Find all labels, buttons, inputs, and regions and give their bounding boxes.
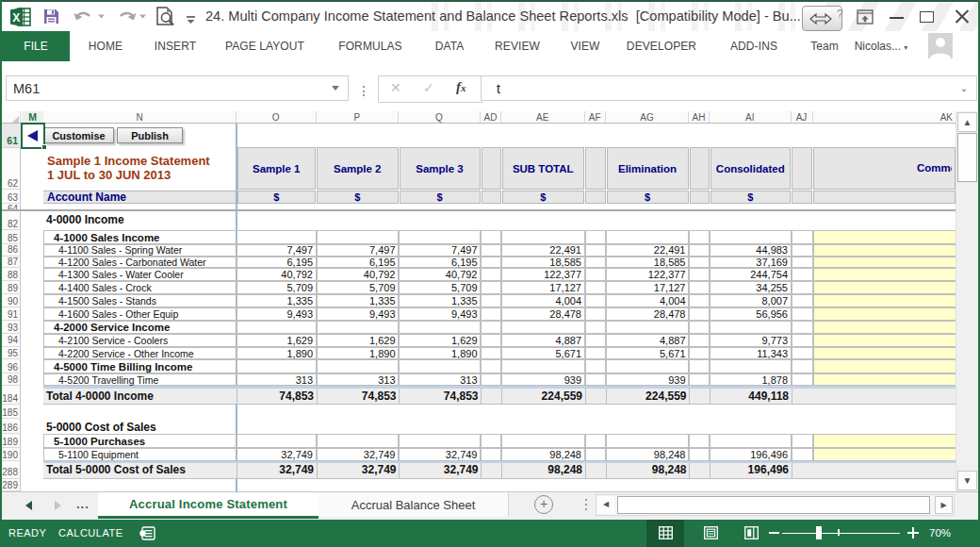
- svg-text:X: X: [12, 11, 20, 25]
